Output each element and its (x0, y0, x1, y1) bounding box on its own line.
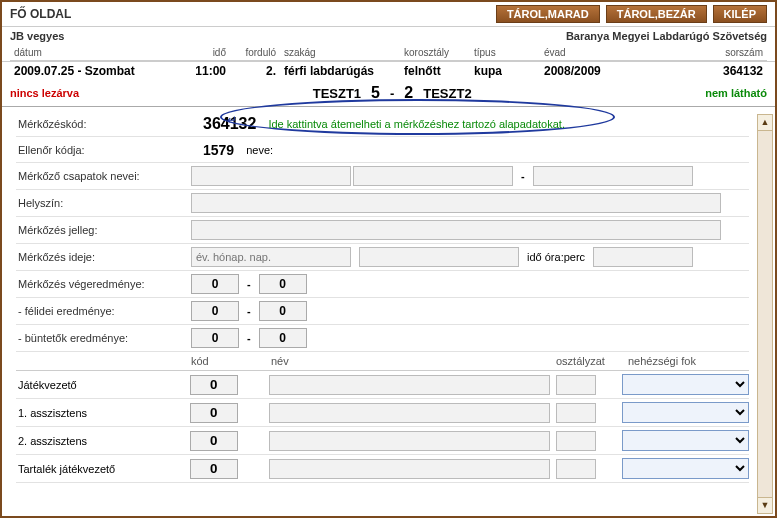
val-tipus: kupa (470, 62, 540, 80)
helyszin-input[interactable] (191, 193, 721, 213)
role-nehezsegi-select[interactable] (622, 374, 749, 395)
jelleg-input[interactable] (191, 220, 721, 240)
hdr-ido: idő (170, 45, 230, 61)
ellenor-value: 1579 (191, 142, 246, 158)
val-ido: 11:00 (170, 62, 230, 80)
info-left: JB vegyes (10, 30, 64, 42)
felidei-label: - félidei eredménye: (16, 305, 191, 317)
role-row-tartalek: Tartalék játékvezető (16, 455, 749, 483)
team1b-input[interactable] (353, 166, 513, 186)
merkozeskod-label: Mérkőzéskód: (16, 118, 191, 130)
val-evad: 2008/2009 (540, 62, 640, 80)
jelleg-label: Mérkőzés jelleg: (16, 224, 191, 236)
role-nev-input[interactable] (269, 431, 550, 451)
role-nev-input[interactable] (269, 375, 550, 395)
role-nehezsegi-select[interactable] (622, 458, 749, 479)
hdr-datum: dátum (10, 45, 170, 61)
fel1-input[interactable] (191, 301, 239, 321)
fel2-input[interactable] (259, 301, 307, 321)
role-kod-input[interactable] (190, 431, 238, 451)
hdr-evad: évad (540, 45, 640, 61)
team2-input[interactable] (533, 166, 693, 186)
helyszin-label: Helyszín: (16, 197, 191, 209)
role-oszt-input[interactable] (556, 375, 596, 395)
val-fordulo: 2. (230, 62, 280, 80)
ellenor-label: Ellenőr kódja: (16, 144, 191, 156)
role-nehezsegi-select[interactable] (622, 402, 749, 423)
bun1-input[interactable] (191, 328, 239, 348)
team1-input[interactable] (191, 166, 351, 186)
status-left: nincs lezárva (10, 87, 79, 99)
role-row-assz2: 2. asszisztens (16, 427, 749, 455)
scrollbar[interactable]: ▲ ▼ (757, 114, 773, 514)
veg1-input[interactable] (191, 274, 239, 294)
th-nehezsegi: nehézségi fok (628, 355, 696, 367)
bunteto-label: - büntetők eredménye: (16, 332, 191, 344)
val-szakag: férfi labdarúgás (280, 62, 400, 80)
status-score2: 2 (404, 84, 413, 102)
team-sep: - (513, 170, 533, 182)
scroll-down-icon[interactable]: ▼ (758, 497, 772, 513)
neve-label: neve: (246, 144, 273, 156)
role-nev-input[interactable] (269, 459, 550, 479)
csapatok-label: Mérkőző csapatok nevei: (16, 170, 191, 182)
save-stay-button[interactable]: TÁROL,MARAD (496, 5, 600, 23)
ideje-input[interactable] (191, 247, 351, 267)
role-oszt-input[interactable] (556, 431, 596, 451)
status-right: nem látható (705, 87, 767, 99)
status-team1: TESZT1 (313, 86, 361, 101)
role-label: Tartalék játékvezető (16, 463, 190, 475)
scroll-up-icon[interactable]: ▲ (758, 115, 772, 131)
th-osztalyzat: osztályzat (556, 355, 628, 367)
bun2-input[interactable] (259, 328, 307, 348)
role-nehezsegi-select[interactable] (622, 430, 749, 451)
role-row-assz1: 1. asszisztens (16, 399, 749, 427)
val-korosztaly: felnőtt (400, 62, 470, 80)
role-row-jatekvezeto: Játékvezető (16, 371, 749, 399)
role-label: 1. asszisztens (16, 407, 190, 419)
hdr-korosztaly: korosztály (400, 45, 470, 61)
save-close-button[interactable]: TÁROL,BEZÁR (606, 5, 707, 23)
role-oszt-input[interactable] (556, 459, 596, 479)
veg2-input[interactable] (259, 274, 307, 294)
role-kod-input[interactable] (190, 375, 238, 395)
hint-link[interactable]: Ide kattintva átemelheti a mérkőzéshez t… (268, 118, 565, 130)
role-kod-input[interactable] (190, 459, 238, 479)
info-right: Baranya Megyei Labdarúgó Szövetség (566, 30, 767, 42)
ideje-label: Mérkőzés ideje: (16, 251, 191, 263)
ideje2-input[interactable] (359, 247, 519, 267)
hdr-fordulo: forduló (230, 45, 280, 61)
role-nev-input[interactable] (269, 403, 550, 423)
status-score1: 5 (371, 84, 380, 102)
hdr-tipus: típus (470, 45, 540, 61)
merkozeskod-value: 364132 (191, 115, 268, 133)
vegeredmeny-label: Mérkőzés végeredménye: (16, 278, 191, 290)
role-oszt-input[interactable] (556, 403, 596, 423)
status-sep: - (390, 86, 394, 101)
hdr-szakag: szakág (280, 45, 400, 61)
th-nev: név (271, 355, 556, 367)
status-team2: TESZT2 (423, 86, 471, 101)
role-label: 2. asszisztens (16, 435, 190, 447)
exit-button[interactable]: KILÉP (713, 5, 767, 23)
hdr-sorszam: sorszám (640, 45, 767, 61)
role-kod-input[interactable] (190, 403, 238, 423)
val-datum: 2009.07.25 - Szombat (10, 62, 170, 80)
ido-input[interactable] (593, 247, 693, 267)
val-sorszam: 364132 (640, 62, 767, 80)
role-label: Játékvezető (16, 379, 190, 391)
th-kod: kód (191, 355, 271, 367)
page-title[interactable]: FŐ OLDAL (10, 7, 71, 21)
ido-label: idő óra:perc (519, 251, 593, 263)
